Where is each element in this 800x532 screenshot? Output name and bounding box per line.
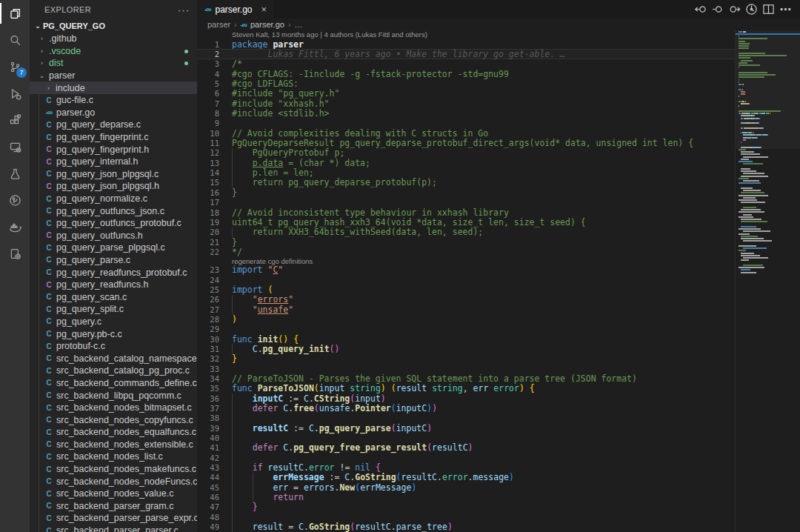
tree-item[interactable]: Csrc_backend_catalog_namespace.c bbox=[30, 352, 197, 365]
code-line[interactable]: 46 return bbox=[197, 492, 735, 502]
git-graph-icon[interactable] bbox=[0, 187, 30, 213]
remote-explorer-icon[interactable] bbox=[0, 133, 30, 160]
tree-item[interactable]: Csrc_backend_nodes_nodeFuncs.c bbox=[30, 475, 197, 488]
breadcrumb-segment[interactable]: parser.go bbox=[250, 20, 284, 29]
minimap-slider[interactable] bbox=[736, 30, 800, 149]
code-line[interactable]: 29 bbox=[197, 325, 735, 334]
git-blame-codelens[interactable]: Steven Kalt, 13 months ago | 4 authors (… bbox=[197, 30, 735, 39]
code-line[interactable]: 1package parser bbox=[197, 39, 735, 49]
tree-item[interactable]: Csrc_backend_parser_parser.c bbox=[30, 525, 197, 532]
tree-item[interactable]: Cpg_query_json_plpgsql.h bbox=[30, 180, 197, 193]
code-line[interactable]: 36 inputC := C.CString(input) bbox=[197, 393, 735, 403]
tree-item[interactable]: Cpg_query_readfuncs.h bbox=[30, 279, 197, 291]
gitlens-graph-icon[interactable] bbox=[744, 2, 759, 17]
code-line[interactable]: 44 errMessage := C.GoString(resultC.erro… bbox=[197, 473, 735, 482]
explorer-root-folder[interactable]: ⌄ PG_QUERY_GO bbox=[30, 19, 197, 33]
tree-item[interactable]: Cpg_query_fingerprint.c bbox=[30, 131, 197, 144]
tree-folder-parser[interactable]: ⌄parser bbox=[30, 70, 197, 82]
tree-item[interactable]: Cpg_query_split.c bbox=[30, 303, 197, 316]
code-line[interactable]: 49 result = C.GoString(resultC.parse_tre… bbox=[197, 522, 735, 532]
code-line[interactable]: 13 p.data = (char *) data; bbox=[197, 158, 735, 167]
code-line[interactable]: 18// Avoid inconsistent type behaviour i… bbox=[197, 207, 735, 217]
run-debug-icon[interactable] bbox=[0, 80, 30, 107]
tree-item[interactable]: Cpg_query_outfuncs_protobuf.c bbox=[30, 217, 197, 230]
close-icon[interactable]: × bbox=[261, 4, 267, 15]
previous-change-icon[interactable] bbox=[710, 2, 724, 17]
code-line[interactable]: 42 bbox=[197, 453, 735, 462]
code-line[interactable]: 20 return XXH3_64bits_withSeed(data, len… bbox=[197, 227, 735, 237]
tree-folder-dist[interactable]: ›dist bbox=[30, 57, 197, 70]
code-line[interactable]: 26 "errors" bbox=[197, 295, 735, 305]
docker-icon[interactable] bbox=[0, 213, 30, 240]
code-line[interactable]: 27 "unsafe" bbox=[197, 305, 735, 314]
tree-item[interactable]: Cpg_query_json_plpgsql.c bbox=[30, 168, 197, 181]
tree-folder--vscode[interactable]: ›.vscode bbox=[30, 45, 197, 58]
code-line[interactable]: 8#include <stdlib.h> bbox=[197, 108, 735, 118]
container-tools-icon[interactable] bbox=[0, 240, 30, 267]
code-line[interactable]: 41 defer C.pg_query_free_parse_result(re… bbox=[197, 443, 735, 453]
tree-item[interactable]: Csrc_backend_parser_gram.c bbox=[30, 500, 197, 513]
tree-item[interactable]: Csrc_backend_nodes_equalfuncs.c bbox=[30, 426, 197, 439]
more-actions-icon[interactable] bbox=[778, 2, 793, 17]
code-line[interactable]: 48 bbox=[197, 512, 735, 522]
code-line[interactable]: 7#include "xxhash.h" bbox=[197, 99, 735, 108]
code-line[interactable]: 28) bbox=[197, 314, 735, 324]
breadcrumb-segment[interactable]: parser bbox=[207, 20, 230, 29]
code-line[interactable]: 12 PgQueryProtobuf p; bbox=[197, 148, 735, 158]
code-line[interactable]: 17 bbox=[197, 198, 735, 207]
tree-item[interactable]: Cpg_query_parse_plpgsql.c bbox=[30, 242, 197, 254]
tree-item[interactable]: Cpg_query_normalize.c bbox=[30, 193, 197, 205]
code-line[interactable]: 40 bbox=[197, 433, 735, 442]
code-line[interactable]: 25import ( bbox=[197, 285, 735, 294]
code-line[interactable]: 45 err = errors.New(errMessage) bbox=[197, 482, 735, 492]
code-line[interactable]: 33 bbox=[197, 364, 735, 373]
tree-item[interactable]: Cguc-file.c bbox=[30, 94, 197, 107]
tab-parser-go[interactable]: -∞ parser.go × bbox=[197, 0, 275, 19]
code-line[interactable]: 39 resultC := C.pg_query_parse(inputC) bbox=[197, 423, 735, 433]
tree-item[interactable]: Cprotobuf-c.c bbox=[30, 340, 197, 353]
code-line[interactable]: 6#include "pg_query.h" bbox=[197, 89, 735, 99]
tree-folder-include[interactable]: ›include bbox=[30, 82, 197, 94]
tree-item[interactable]: Cpg_query_readfuncs_protobuf.c bbox=[30, 266, 197, 279]
code-line[interactable]: 22*/ bbox=[197, 247, 735, 256]
tree-folder--github[interactable]: ›.github bbox=[30, 33, 197, 45]
tree-item[interactable]: Csrc_backend_commands_define.c bbox=[30, 377, 197, 390]
split-editor-icon[interactable] bbox=[761, 2, 776, 17]
code-line[interactable]: 21} bbox=[197, 237, 735, 247]
tree-item[interactable]: Cpg_query_scan.c bbox=[30, 290, 197, 303]
tree-item[interactable]: Cpg_query_internal.h bbox=[30, 156, 197, 168]
code-line[interactable]: 31 C.pg_query_init() bbox=[197, 344, 735, 353]
code-line[interactable]: 4#cgo CFLAGS: -Iinclude -g -fstack-prote… bbox=[197, 69, 735, 79]
code-area[interactable]: Steven Kalt, 13 months ago | 4 authors (… bbox=[197, 30, 735, 532]
source-control-icon[interactable]: 7 bbox=[0, 53, 30, 80]
tree-item[interactable]: Cpg_query_deparse.c bbox=[30, 119, 197, 131]
code-line[interactable]: 11PgQueryDeparseResult pg_query_deparse_… bbox=[197, 138, 735, 147]
code-line[interactable]: 34// ParseToJSON - Parses the given SQL … bbox=[197, 373, 735, 383]
tree-item[interactable]: Csrc_backend_catalog_pg_proc.c bbox=[30, 365, 197, 377]
open-changes-icon[interactable] bbox=[693, 2, 707, 17]
code-line[interactable]: 38 bbox=[197, 413, 735, 423]
tree-item[interactable]: Csrc_backend_nodes_bitmapset.c bbox=[30, 402, 197, 414]
tree-item[interactable]: Cpg_query.pb-c.c bbox=[30, 327, 197, 340]
code-line[interactable]: 37 defer C.free(unsafe.Pointer(inputC)) bbox=[197, 403, 735, 413]
code-line[interactable]: 30func init() { bbox=[197, 334, 735, 344]
code-line[interactable]: 2 Lukas Fittl, 6 years ago • Make the li… bbox=[197, 49, 735, 59]
code-line[interactable]: 5#cgo LDFLAGS: bbox=[197, 79, 735, 88]
tree-item[interactable]: Csrc_backend_libpq_pqcomm.c bbox=[30, 389, 197, 402]
next-change-icon[interactable] bbox=[727, 2, 741, 17]
code-line[interactable]: 15 return pg_query_deparse_protobuf(p); bbox=[197, 178, 735, 187]
tree-item[interactable]: Csrc_backend_nodes_list.c bbox=[30, 450, 197, 463]
tree-item[interactable]: Cpg_query_outfuncs_json.c bbox=[30, 205, 197, 217]
code-line[interactable]: 24 bbox=[197, 275, 735, 285]
extensions-icon[interactable] bbox=[0, 107, 30, 133]
tree-item[interactable]: Cpg_query.c bbox=[30, 316, 197, 328]
tree-item[interactable]: -∞parser.go bbox=[30, 107, 197, 119]
code-line[interactable]: 47 } bbox=[197, 502, 735, 512]
tree-item[interactable]: Cpg_query_outfuncs.h bbox=[30, 230, 197, 242]
codelens-link[interactable]: regenerate cgo definitions bbox=[197, 257, 735, 265]
code-line[interactable]: 14 p.len = len; bbox=[197, 167, 735, 177]
code-line[interactable]: 23import "C" bbox=[197, 265, 735, 275]
tree-item[interactable]: Csrc_backend_parser_parse_expr.c bbox=[30, 512, 197, 525]
code-line[interactable]: 35func ParseToJSON(input string) (result… bbox=[197, 384, 735, 393]
explorer-more-actions-icon[interactable]: ··· bbox=[178, 4, 190, 16]
